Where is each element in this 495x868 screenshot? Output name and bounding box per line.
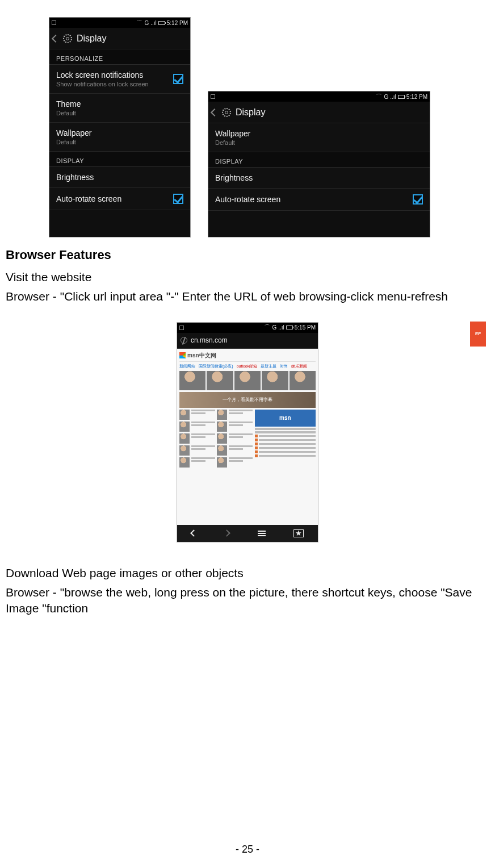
gear-icon	[63, 34, 72, 43]
screen-title: Display	[236, 107, 265, 118]
row-wallpaper[interactable]: Wallpaper Default	[208, 123, 430, 152]
page-number: - 25 -	[0, 844, 495, 856]
article-thumb[interactable]	[179, 422, 190, 432]
row-lock-notifications[interactable]: Lock screen notifications Show notificat…	[49, 65, 190, 94]
row-sublabel: Show notifications on lock screen	[56, 81, 149, 87]
row-label: Wallpaper	[56, 128, 92, 137]
row-sublabel: Default	[56, 110, 81, 116]
statusbar: G ..ıl 5:12 PM	[208, 91, 430, 102]
row-sublabel: Default	[56, 139, 92, 145]
notification-icon	[211, 94, 215, 99]
section-display: DISPLAY	[208, 152, 430, 168]
nav-link[interactable]: 时尚	[280, 364, 288, 369]
article-thumb[interactable]	[217, 422, 227, 432]
signal-icon: ..ıl	[278, 324, 284, 331]
para-save-image: Browser - "browse the web, long press on…	[6, 585, 489, 617]
url-bar[interactable]: cn.msn.com	[177, 333, 318, 349]
row-label: Brightness	[215, 173, 253, 182]
row-sublabel: Default	[215, 139, 251, 146]
heading-browser-features: Browser Features	[6, 248, 489, 262]
article-thumb[interactable]	[217, 433, 227, 444]
nav-link[interactable]: 新闻网站	[179, 364, 195, 369]
row-label: Auto-rotate screen	[56, 194, 121, 203]
signal-icon: ..ıl	[150, 20, 157, 26]
checkbox-lock[interactable]	[173, 74, 183, 84]
wifi-icon	[376, 93, 382, 101]
article-thumb[interactable]	[217, 445, 227, 456]
settings-screenshot-1: G ..ıl 5:12 PM Display PERSONALIZE Lock …	[49, 17, 191, 237]
globe-icon	[181, 337, 187, 344]
row-brightness[interactable]: Brightness	[208, 168, 430, 189]
battery-icon	[286, 326, 293, 329]
article-thumb[interactable]	[179, 457, 190, 468]
row-autorotate[interactable]: Auto-rotate screen	[49, 188, 190, 210]
bullet-icon	[255, 435, 258, 437]
titlebar: Display	[49, 28, 190, 49]
row-label: Theme	[56, 99, 81, 108]
nav-bookmark-icon[interactable]: ★	[293, 529, 304, 537]
banner[interactable]: 一个月，看美剧不用字幕	[179, 392, 316, 408]
row-theme[interactable]: Theme Default	[49, 94, 190, 123]
titlebar: Display	[208, 102, 430, 123]
row-label: Auto-rotate screen	[215, 195, 280, 204]
article-thumb[interactable]	[179, 445, 190, 456]
nav-link[interactable]: 最新主题	[261, 364, 276, 369]
row-label: Wallpaper	[215, 129, 251, 138]
settings-screenshot-2: G ..ıl 5:12 PM Display Wallpaper Default…	[208, 91, 430, 237]
nav-links: 新闻网站 国际新闻搜索(必应) outlook邮箱 最新主题 时尚 娱乐新闻	[179, 364, 316, 369]
thumbnail[interactable]	[290, 371, 316, 390]
checkbox-autorotate[interactable]	[173, 194, 183, 204]
bullet-icon	[255, 443, 258, 445]
clock: 5:15 PM	[295, 324, 316, 331]
screen-title: Display	[77, 34, 106, 44]
article-thumb[interactable]	[179, 433, 190, 444]
content-columns: msn	[179, 410, 316, 525]
gear-icon	[222, 108, 231, 117]
thumbnail[interactable]	[262, 371, 288, 390]
nav-link[interactable]: 娱乐新闻	[291, 364, 307, 369]
screenshots-row: G ..ıl 5:12 PM Display PERSONALIZE Lock …	[49, 17, 489, 237]
col-right: msn	[255, 410, 316, 525]
para-visit: Visit the website	[6, 269, 489, 285]
signal-icon: ..ıl	[390, 94, 396, 100]
thumbnail[interactable]	[207, 371, 233, 390]
row-brightness[interactable]: Brightness	[49, 167, 190, 188]
nav-link[interactable]: outlook邮箱	[237, 364, 258, 369]
clock: 5:12 PM	[167, 20, 188, 26]
browser-screenshot: G ..ıl 5:15 PM cn.msn.com msn中文网 新闻网站 国际…	[177, 322, 318, 542]
bullet-icon	[255, 454, 258, 457]
article-thumb[interactable]	[217, 457, 227, 468]
signal-label: G	[144, 20, 149, 26]
row-autorotate[interactable]: Auto-rotate screen	[208, 189, 430, 211]
wifi-icon	[264, 323, 270, 332]
nav-tabs-icon[interactable]	[258, 531, 266, 536]
nav-back-icon[interactable]	[190, 529, 198, 537]
para-download: Download Web page images or other object…	[6, 565, 489, 581]
section-personalize: PERSONALIZE	[49, 49, 190, 65]
webpage-content[interactable]: msn中文网 新闻网站 国际新闻搜索(必应) outlook邮箱 最新主题 时尚…	[177, 349, 318, 525]
msn-logo: msn中文网	[179, 351, 316, 362]
checkbox-autorotate[interactable]	[413, 194, 423, 205]
signal-label: G	[272, 324, 276, 331]
nav-link[interactable]: 国际新闻搜索(必应)	[199, 364, 233, 369]
msn-block[interactable]: msn	[255, 410, 316, 427]
back-icon[interactable]	[52, 34, 60, 42]
signal-label: G	[384, 94, 388, 100]
bullet-icon	[255, 446, 258, 449]
notification-icon	[179, 326, 184, 330]
thumbnail[interactable]	[179, 371, 205, 390]
thumbnail-row	[179, 371, 316, 390]
msn-butterfly-icon	[179, 352, 186, 358]
wifi-icon	[136, 19, 142, 27]
back-icon[interactable]	[211, 108, 219, 116]
article-thumb[interactable]	[217, 410, 227, 420]
row-wallpaper[interactable]: Wallpaper Default	[49, 123, 190, 152]
statusbar: G ..ıl 5:12 PM	[49, 18, 190, 28]
thumbnail[interactable]	[234, 371, 261, 390]
col-left	[179, 410, 253, 525]
row-label: Brightness	[56, 173, 94, 182]
article-thumb[interactable]	[179, 410, 190, 420]
nav-forward-icon[interactable]	[223, 529, 230, 537]
bullet-icon	[255, 450, 258, 453]
msn-logo-text: msn中文网	[187, 352, 216, 360]
